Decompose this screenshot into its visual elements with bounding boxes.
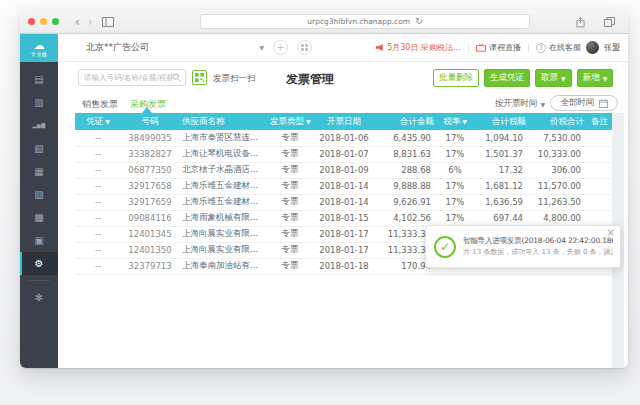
cell-tax_rate: 17%: [437, 178, 473, 194]
divider: [528, 43, 529, 52]
date-range-label: 全部时间: [561, 97, 595, 109]
app-logo[interactable]: ☁ 专业版: [20, 34, 58, 62]
invoice-scan-button[interactable]: [192, 70, 207, 85]
cell-tax_amount: 17.32: [473, 162, 529, 178]
promo-text: 5月30日 采购税法…: [387, 42, 461, 53]
cloud-icon: ☁: [34, 40, 45, 51]
cell-number: 12401345: [121, 226, 179, 242]
sidebar-toggle-icon[interactable]: [102, 17, 114, 27]
online-support-link[interactable]: ? 在线客服: [536, 42, 581, 53]
cell-number: 06877350: [121, 162, 179, 178]
cell-number: 33382827: [121, 146, 179, 162]
cell-note: [587, 210, 612, 226]
add-company-button[interactable]: +: [273, 40, 288, 55]
company-name: 北京**广告公司: [86, 41, 149, 54]
sidebar-item-settings[interactable]: ⚙: [20, 252, 58, 275]
import-success-toast: ✓ 智能导入进项发票(2018-06-04 22:42:00.186) 共 13…: [425, 225, 621, 268]
cell-voucher: --: [75, 178, 121, 194]
live-course-link[interactable]: 课程直播: [476, 42, 521, 53]
doc-search-icon: ▣: [34, 236, 43, 246]
minimize-window-button[interactable]: [40, 18, 47, 25]
browser-toolbar: ‹ › urpcg3hlbfvn.chanapp.com ↻: [20, 10, 628, 34]
reload-icon[interactable]: ↻: [415, 17, 423, 26]
table-header-row: 凭证 ▼号码供应商名称发票类型 ▼开票日期合计金额税率 ▼合计税额价税合计备注: [75, 113, 612, 130]
cell-invoice_type: 专票: [267, 194, 313, 210]
table-row[interactable]: --38499035上海市奉贤区慧连...专票2018-01-066,435.9…: [75, 130, 612, 146]
help-icon: ?: [536, 43, 546, 53]
back-button[interactable]: ‹: [75, 16, 80, 28]
column-header-invoice_date: 开票日期: [313, 113, 375, 130]
search-icon[interactable]: [172, 73, 185, 82]
sidebar-divider: [28, 280, 50, 281]
cell-tax_amount: 1,681.12: [473, 178, 529, 194]
cell-note: [587, 146, 612, 162]
apps-grid-button[interactable]: [297, 40, 312, 55]
sidebar-item-ledger[interactable]: ▥: [20, 91, 58, 114]
sidebar-item-reports[interactable]: ▂▅▇: [20, 114, 58, 137]
cell-tax_rate: 17%: [437, 210, 473, 226]
table-row[interactable]: --09084116上海雨象机械有限...专票2018-01-154,102.5…: [75, 210, 612, 226]
sort-caret-icon: ▼: [460, 118, 467, 125]
logo-label: 专业版: [31, 52, 48, 57]
cell-number: 32917658: [121, 178, 179, 194]
cell-tax_rate: 6%: [437, 162, 473, 178]
cell-invoice_type: 专票: [267, 130, 313, 146]
cell-note: [587, 178, 612, 194]
cell-invoice_date: 2018-01-17: [313, 242, 375, 258]
column-header-invoice_type[interactable]: 发票类型 ▼: [267, 113, 313, 130]
forward-button[interactable]: ›: [88, 16, 93, 28]
date-range-button[interactable]: 全部时间: [550, 95, 618, 111]
sort-by-dropdown[interactable]: 按开票时间 ▼: [495, 98, 545, 110]
sidebar-item-salary[interactable]: ▨: [20, 183, 58, 206]
cell-note: [587, 162, 612, 178]
url-text: urpcg3hlbfvn.chanapp.com: [307, 17, 410, 26]
scan-label: 发票扫一扫: [213, 73, 256, 85]
add-new-button[interactable]: 新增▼: [577, 69, 614, 87]
cell-supplier: 上海乐维五金建材...: [179, 194, 267, 210]
avatar[interactable]: [586, 41, 599, 54]
cell-voucher: --: [75, 242, 121, 258]
zoom-window-button[interactable]: [52, 18, 59, 25]
table-row[interactable]: --06877350北京桔子水晶酒店...专票2018-01-09288.686…: [75, 162, 612, 178]
promo-link[interactable]: 5月30日 采购税法…: [375, 42, 461, 53]
table-row[interactable]: --32917658上海乐维五金建材...专票2018-01-149,888.8…: [75, 178, 612, 194]
column-header-tax_rate[interactable]: 税率 ▼: [437, 113, 473, 130]
toast-title: 智能导入进项发票(2018-06-04 22:42:00.186): [463, 235, 613, 247]
chevron-down-icon: ▼: [259, 44, 264, 51]
cell-invoice_date: 2018-01-09: [313, 162, 375, 178]
cell-total_with_tax: 7,530.00: [529, 130, 587, 146]
close-icon[interactable]: ×: [607, 226, 615, 240]
address-bar[interactable]: urpcg3hlbfvn.chanapp.com ↻: [200, 14, 530, 29]
column-header-voucher[interactable]: 凭证 ▼: [75, 113, 121, 130]
cell-invoice_date: 2018-01-14: [313, 178, 375, 194]
table-row[interactable]: --33382827上海让琴机电设备...专票2018-01-078,831.6…: [75, 146, 612, 162]
close-window-button[interactable]: [28, 18, 35, 25]
tab-sales-invoices[interactable]: 销售发票: [82, 98, 118, 111]
tabs-overview-icon[interactable]: [604, 17, 615, 27]
cell-tax_amount: 697.44: [473, 210, 529, 226]
cell-tax_rate: 17%: [437, 194, 473, 210]
sidebar: ▤▥▂▅▇▧▦▨▩▣⚙✻: [20, 62, 58, 368]
table-row[interactable]: --32917659上海乐维五金建材...专票2018-01-149,626.9…: [75, 194, 612, 210]
sidebar-item-assets[interactable]: ▧: [20, 137, 58, 160]
sidebar-item-voucher[interactable]: ▤: [20, 68, 58, 91]
sidebar-item-checkout[interactable]: ▦: [20, 160, 58, 183]
user-name[interactable]: 张盟: [604, 42, 620, 53]
cell-number: 38499035: [121, 130, 179, 146]
search-input[interactable]: [79, 73, 172, 82]
batch-delete-button[interactable]: 批量删除: [433, 69, 479, 87]
megaphone-icon: [375, 43, 384, 52]
sidebar-item-print[interactable]: ▩: [20, 206, 58, 229]
sidebar-item-gift[interactable]: ✻: [20, 286, 58, 309]
fetch-invoice-button[interactable]: 取票▼: [535, 69, 572, 87]
sidebar-item-doc-search[interactable]: ▣: [20, 229, 58, 252]
support-label: 在线客服: [549, 42, 581, 53]
cell-invoice_type: 专票: [267, 226, 313, 242]
generate-voucher-button[interactable]: 生成凭证: [484, 69, 530, 87]
cell-supplier: 上海乐维五金建材...: [179, 178, 267, 194]
toast-body: 共 13 条数据，成功导入 13 条，失败 0 条，跳过 0 条: [463, 247, 613, 258]
company-selector[interactable]: 北京**广告公司 ▼: [86, 41, 264, 54]
cell-tax_amount: 1,501.37: [473, 146, 529, 162]
share-icon[interactable]: [576, 17, 585, 28]
cell-number: 32917659: [121, 194, 179, 210]
